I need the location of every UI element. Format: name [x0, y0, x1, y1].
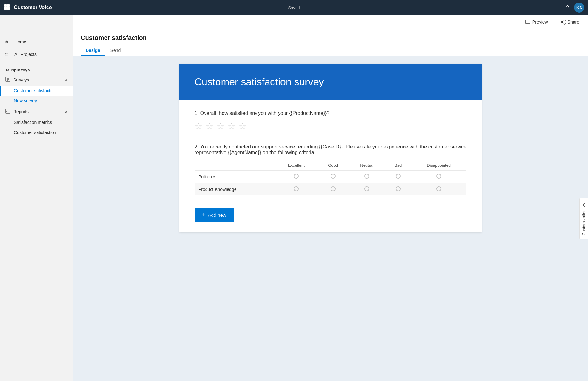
svg-point-27 [564, 23, 565, 24]
app-title: Customer Voice [14, 5, 52, 10]
grid-col-bad: Bad [385, 160, 411, 171]
svg-rect-22 [526, 20, 530, 24]
preview-button[interactable]: Preview [522, 18, 552, 26]
svg-rect-11 [5, 25, 8, 25]
sidebar-collapse-button[interactable] [0, 18, 73, 30]
star-5[interactable]: ☆ [239, 121, 246, 132]
svg-rect-2 [8, 4, 10, 6]
svg-line-28 [562, 21, 564, 22]
svg-rect-0 [4, 4, 6, 6]
page-tabs: Design Send [81, 45, 580, 56]
star-3[interactable]: ☆ [217, 121, 224, 132]
svg-line-29 [562, 22, 564, 23]
rating-grid-header: Excellent Good Neutral Bad Disappointed [195, 160, 466, 171]
sidebar-item-customer-satisfaction[interactable]: Customer satisfacti... [0, 86, 73, 96]
rating-grid: Excellent Good Neutral Bad Disappointed … [195, 160, 466, 195]
svg-rect-5 [8, 6, 10, 8]
star-4[interactable]: ☆ [228, 121, 235, 132]
survey-title: Customer satisfaction survey [195, 76, 466, 88]
sidebar-surveys-group[interactable]: Surveys ∧ [0, 74, 73, 86]
sidebar-top [0, 15, 73, 33]
row-label-product-knowledge: Product Knowledge [195, 183, 275, 196]
svg-rect-6 [4, 8, 6, 10]
hamburger-icon [5, 21, 11, 27]
svg-rect-4 [6, 6, 8, 8]
survey-area: ❮ Customization Customer satisfaction su… [73, 56, 588, 381]
sidebar: Home All Projects Tailspin toys [0, 15, 73, 381]
star-2[interactable]: ☆ [206, 121, 213, 132]
customization-toggle[interactable]: ❮ Customization [579, 198, 588, 239]
page-title: Customer satisfaction [81, 34, 580, 42]
svg-rect-10 [5, 24, 8, 24]
projects-icon [5, 51, 11, 58]
radio-politeness-bad[interactable] [385, 171, 411, 183]
grid-col-good: Good [318, 160, 348, 171]
sidebar-item-new-survey[interactable]: New survey [0, 96, 73, 106]
help-button[interactable]: ? [566, 4, 569, 11]
tab-send[interactable]: Send [105, 45, 126, 56]
svg-rect-9 [5, 23, 8, 23]
reports-label: Reports [13, 109, 29, 114]
sidebar-allprojects-label: All Projects [14, 52, 37, 57]
row-label-politeness: Politeness [195, 171, 275, 183]
table-row: Politeness [195, 171, 466, 183]
reports-icon [5, 108, 11, 115]
tab-design[interactable]: Design [81, 45, 105, 56]
radio-knowledge-bad[interactable] [385, 183, 411, 196]
saved-status: Saved [288, 5, 300, 10]
survey-card: Customer satisfaction survey 1. Overall,… [179, 64, 482, 232]
radio-knowledge-good[interactable] [318, 183, 348, 196]
sidebar-home-label: Home [14, 39, 26, 44]
radio-politeness-neutral[interactable] [348, 171, 385, 183]
reports-chevron: ∧ [65, 109, 68, 114]
question-1-text: 1. Overall, how satisfied are you with y… [195, 110, 466, 116]
sidebar-item-all-projects[interactable]: All Projects [0, 48, 73, 61]
sidebar-item-home[interactable]: Home [0, 36, 73, 48]
radio-politeness-excellent[interactable] [275, 171, 318, 183]
sidebar-section-header: Tailspin toys [0, 63, 73, 74]
svg-rect-13 [6, 53, 8, 54]
star-1[interactable]: ☆ [195, 121, 202, 132]
svg-rect-3 [4, 6, 6, 8]
surveys-label: Surveys [13, 77, 29, 82]
user-avatar[interactable]: KS [574, 3, 584, 13]
app-body: Home All Projects Tailspin toys [0, 15, 588, 381]
star-rating[interactable]: ☆ ☆ ☆ ☆ ☆ [195, 121, 466, 132]
add-new-label: Add new [208, 212, 226, 218]
reports-group-left: Reports [5, 108, 29, 115]
survey-body: 1. Overall, how satisfied are you with y… [179, 100, 482, 232]
grid-col-neutral: Neutral [348, 160, 385, 171]
sidebar-item-satisfaction-metrics[interactable]: Satisfaction metrics [0, 117, 73, 127]
radio-politeness-disappointed[interactable] [411, 171, 466, 183]
radio-knowledge-excellent[interactable] [275, 183, 318, 196]
surveys-icon [5, 76, 11, 83]
topbar-right: ? KS [566, 3, 584, 13]
radio-politeness-good[interactable] [318, 171, 348, 183]
grid-col-label [195, 160, 275, 171]
sidebar-nav: Home All Projects [0, 33, 73, 63]
sidebar-reports-group[interactable]: Reports ∧ [0, 106, 73, 117]
table-row: Product Knowledge [195, 183, 466, 196]
question-1: 1. Overall, how satisfied are you with y… [195, 110, 466, 132]
main-content: Preview Share Customer satisfaction Desi… [73, 15, 588, 381]
grid-col-excellent: Excellent [275, 160, 318, 171]
svg-rect-7 [6, 8, 8, 10]
preview-icon [525, 20, 530, 25]
surveys-chevron: ∧ [65, 78, 68, 82]
svg-point-25 [564, 20, 565, 21]
share-button[interactable]: Share [557, 18, 583, 26]
chevron-left-icon: ❮ [582, 202, 586, 207]
add-new-button[interactable]: + Add new [195, 208, 234, 222]
customization-label: Customization [581, 209, 586, 235]
question-2: 2. You recently contacted our support se… [195, 144, 466, 195]
waffle-menu[interactable] [4, 4, 10, 11]
svg-rect-1 [6, 4, 8, 6]
question-2-text: 2. You recently contacted our support se… [195, 144, 466, 155]
sidebar-item-customer-satisfaction-report[interactable]: Customer satisfaction [0, 127, 73, 137]
radio-knowledge-disappointed[interactable] [411, 183, 466, 196]
svg-rect-8 [8, 8, 10, 10]
home-icon [5, 39, 11, 45]
radio-knowledge-neutral[interactable] [348, 183, 385, 196]
surveys-group-left: Surveys [5, 76, 29, 83]
grid-col-disappointed: Disappointed [411, 160, 466, 171]
